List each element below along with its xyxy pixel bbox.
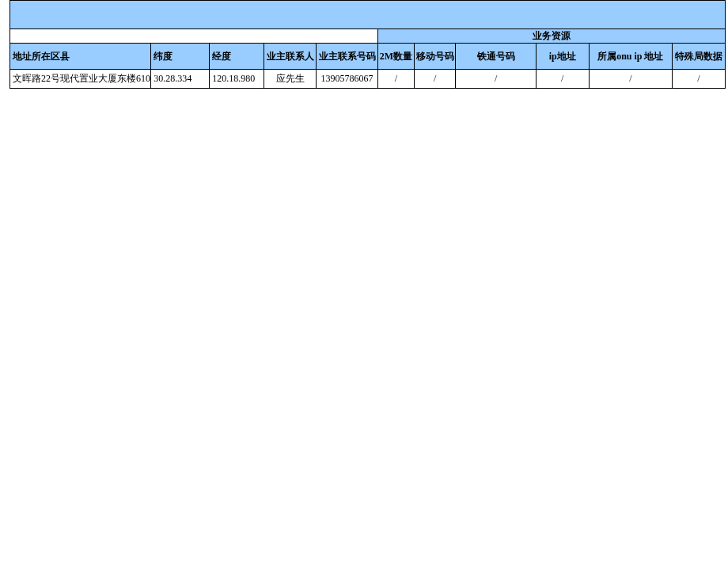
cell-lon: 120.18.980 — [210, 70, 264, 89]
header-group-resources: 业务资源 — [378, 29, 726, 44]
header-2m: 2M数量 — [378, 44, 415, 70]
data-table: 业务资源 地址所在区县 纬度 经度 业主联系人 业主联系号码 2M数量 移动号码… — [9, 29, 726, 89]
header-row: 地址所在区县 纬度 经度 业主联系人 业主联系号码 2M数量 移动号码 铁通号码… — [10, 44, 726, 70]
title-bar — [9, 0, 726, 29]
header-group-row: 业务资源 — [10, 29, 726, 44]
cell-phone: 13905786067 — [317, 70, 378, 89]
header-lat: 纬度 — [151, 44, 210, 70]
header-mobile: 移动号码 — [414, 44, 456, 70]
table-row: 文晖路22号现代置业大厦东楼610 30.28.334 120.18.980 应… — [10, 70, 726, 89]
header-onu: 所属onu ip 地址 — [589, 44, 672, 70]
cell-lat: 30.28.334 — [151, 70, 210, 89]
cell-ip: / — [536, 70, 589, 89]
header-lon: 经度 — [210, 44, 264, 70]
header-ip: ip地址 — [536, 44, 589, 70]
cell-onu: / — [589, 70, 672, 89]
header-group-blank — [10, 29, 378, 44]
cell-mobile: / — [414, 70, 456, 89]
cell-special: / — [673, 70, 726, 89]
cell-2m: / — [378, 70, 415, 89]
header-addr: 地址所在区县 — [10, 44, 151, 70]
cell-tietong: / — [456, 70, 536, 89]
header-phone: 业主联系号码 — [317, 44, 378, 70]
cell-contact: 应先生 — [264, 70, 317, 89]
header-special: 特殊局数据 — [673, 44, 726, 70]
cell-addr: 文晖路22号现代置业大厦东楼610 — [10, 70, 151, 89]
header-tietong: 铁通号码 — [456, 44, 536, 70]
header-contact: 业主联系人 — [264, 44, 317, 70]
